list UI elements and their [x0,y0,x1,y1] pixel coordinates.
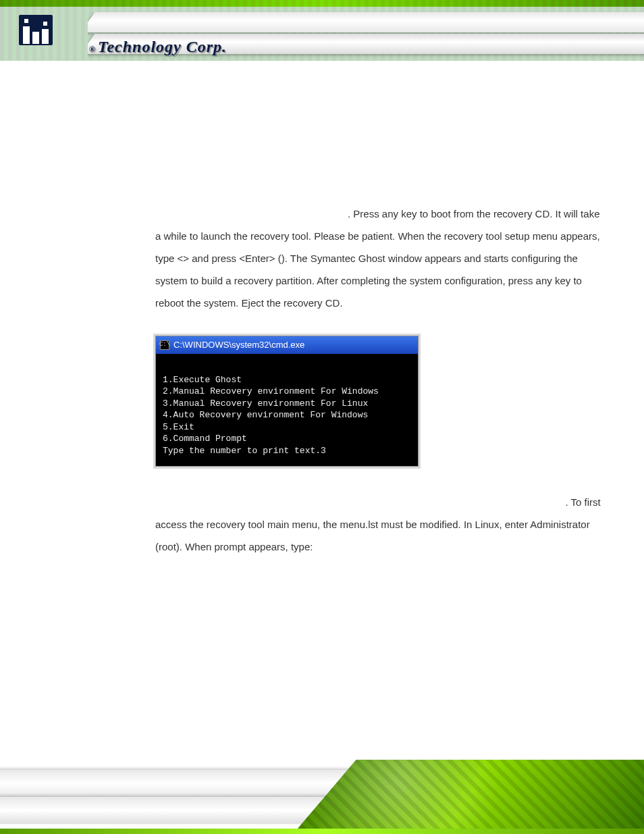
cmd-line: Type the number to print text.3 [163,446,326,456]
paragraph-recovery-cd: xxxxxxxxxxxxxxxxxxxxxxxxxxxxxxxxxxxxxx. … [155,203,608,314]
cmd-screenshot: C:\ C:\WINDOWS\system32\cmd.exe 1.Execut… [155,336,419,467]
page-header: ® Technology Corp. [0,0,644,81]
brand-logo-icon [19,15,53,45]
paragraph-linux-menu: xxxxxxxxxxxxxxxxxxxxxxxxxxxxxxxxxxxxxxxx… [155,491,608,558]
cmd-terminal-body: 1.Execute Ghost 2.Manual Recovery enviro… [156,354,418,466]
page-content: xxxxxxxxxxxxxxxxxxxxxxxxxxxxxxxxxxxxxx. … [155,203,608,562]
p1-text-b: > and press <Enter> ( [183,253,281,264]
cmd-line: 6.Command Prompt [163,434,247,444]
brand-text: Technology Corp. [98,38,227,56]
header-white-cover [0,61,644,101]
cmd-line: 1.Execute Ghost [163,375,242,385]
footer-accent-bar [0,829,644,834]
brand-registered-mark: ® [89,45,95,55]
cmd-line: 3.Manual Recovery environment For Linux [163,398,368,409]
brand-wordmark: ® Technology Corp. [89,38,227,56]
cmd-window-title: C:\WINDOWS\system32\cmd.exe [173,336,304,355]
cmd-line: 4.Auto Recovery environment For Windows [163,410,368,420]
cmd-window-icon: C:\ [160,340,169,350]
page-footer [0,746,644,834]
cmd-line: 2.Manual Recovery environment For Window… [163,386,379,396]
cmd-line: 5.Exit [163,422,194,432]
p2-text-a: . To first access the recovery tool main… [155,496,601,552]
cmd-titlebar: C:\ C:\WINDOWS\system32\cmd.exe [156,336,418,354]
footer-diagonal-1 [0,770,367,797]
brand-logo [19,15,53,45]
